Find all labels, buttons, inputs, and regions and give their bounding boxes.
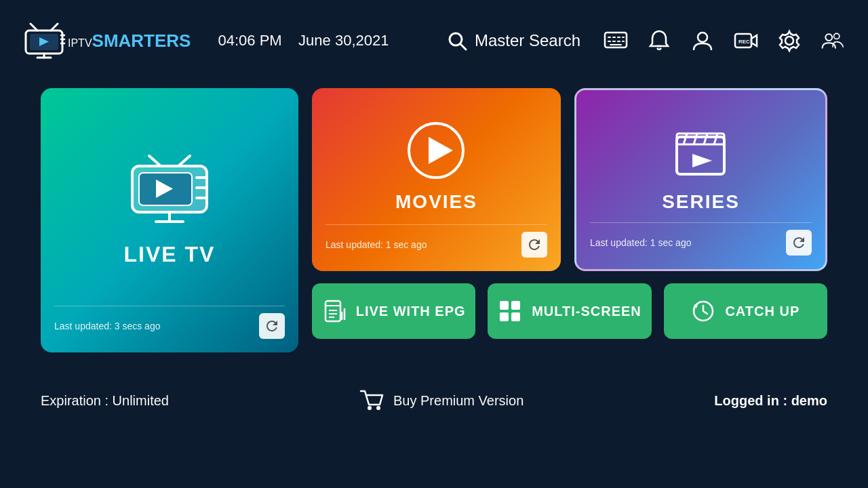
play-icon <box>406 120 467 181</box>
live-tv-last-updated: Last updated: 3 secs ago <box>54 321 160 331</box>
svg-text:REC: REC <box>738 39 750 45</box>
tv-icon <box>125 154 214 228</box>
profile-button[interactable] <box>688 26 717 56</box>
date-display: June 30,2021 <box>298 32 389 49</box>
series-footer: Last updated: 1 sec ago <box>590 222 812 256</box>
refresh-icon <box>791 235 807 251</box>
series-title: SERIES <box>662 191 740 213</box>
catchup-icon <box>691 299 715 323</box>
main-content: LIVE TV Last updated: 3 secs ago <box>0 81 868 378</box>
movies-title: MOVIES <box>395 191 477 213</box>
rec-icon: REC <box>734 28 758 53</box>
live-epg-button[interactable]: LIVE WITH EPG <box>312 283 475 339</box>
svg-point-23 <box>698 33 707 42</box>
svg-line-45 <box>694 134 697 144</box>
svg-line-44 <box>684 134 687 144</box>
svg-point-29 <box>834 33 840 39</box>
expiration-text: Expiration : Unlimited <box>41 393 169 409</box>
datetime: 04:06 PM June 30,2021 <box>218 32 389 49</box>
live-tv-footer: Last updated: 3 secs ago <box>54 306 285 339</box>
live-epg-label: LIVE WITH EPG <box>356 304 466 319</box>
cards-row: LIVE TV Last updated: 3 secs ago <box>41 88 827 352</box>
catchup-button[interactable]: CATCH UP <box>664 283 827 339</box>
svg-rect-58 <box>500 312 509 321</box>
logged-in-label: Logged in : <box>714 393 791 408</box>
settings-button[interactable] <box>774 26 804 56</box>
logo-tv-icon <box>20 22 68 60</box>
logo-iptv: IPTV <box>68 37 92 49</box>
multiscreen-button[interactable]: MULTI-SCREEN <box>488 283 651 339</box>
svg-line-31 <box>178 156 190 166</box>
gear-icon <box>777 28 802 53</box>
multiscreen-label: MULTI-SCREEN <box>532 304 642 319</box>
svg-line-47 <box>714 134 717 144</box>
logged-in-text: Logged in : demo <box>714 393 827 409</box>
svg-marker-48 <box>692 154 712 167</box>
svg-point-28 <box>825 34 832 41</box>
movies-footer: Last updated: 1 sec ago <box>326 224 547 258</box>
refresh-icon <box>264 318 280 334</box>
live-tv-card-content: LIVE TV <box>124 115 216 306</box>
bell-icon <box>647 28 671 53</box>
svg-line-11 <box>460 44 466 49</box>
svg-point-62 <box>368 406 372 410</box>
refresh-icon <box>526 237 542 253</box>
logo-text: IPTVSMARTERS <box>68 30 191 52</box>
svg-rect-59 <box>511 312 520 321</box>
svg-line-46 <box>704 134 707 144</box>
master-search[interactable]: Master Search <box>446 30 580 52</box>
live-tv-card[interactable]: LIVE TV Last updated: 3 secs ago <box>41 88 298 352</box>
movies-last-updated: Last updated: 1 sec ago <box>326 239 427 250</box>
svg-point-63 <box>376 406 380 410</box>
movies-card-content: MOVIES <box>395 108 477 224</box>
live-tv-title: LIVE TV <box>124 242 216 267</box>
movies-series-row: MOVIES Last updated: 1 sec ago <box>312 88 827 271</box>
record-button[interactable]: REC <box>731 26 761 56</box>
header-icons: REC <box>601 26 848 56</box>
svg-rect-56 <box>500 301 509 310</box>
epg-icon-button[interactable] <box>601 26 631 56</box>
buy-premium-label: Buy Premium Version <box>393 393 524 409</box>
movies-card[interactable]: MOVIES Last updated: 1 sec ago <box>312 88 561 271</box>
header: IPTVSMARTERS 04:06 PM June 30,2021 Maste… <box>0 0 868 81</box>
search-icon <box>446 30 468 52</box>
catchup-label: CATCH UP <box>725 304 800 319</box>
notifications-button[interactable] <box>644 26 674 56</box>
live-tv-refresh-button[interactable] <box>259 313 285 339</box>
series-card[interactable]: SERIES Last updated: 1 sec ago <box>574 88 827 271</box>
series-refresh-button[interactable] <box>786 230 812 256</box>
svg-point-27 <box>785 37 793 45</box>
time-display: 04:06 PM <box>218 32 281 49</box>
user-icon <box>690 28 715 53</box>
svg-marker-41 <box>429 137 453 164</box>
search-label: Master Search <box>475 31 580 50</box>
bottom-buttons: LIVE WITH EPG MULTI-SCREEN <box>312 283 827 339</box>
multiuser-button[interactable] <box>818 26 848 56</box>
logo: IPTVSMARTERS <box>20 22 191 60</box>
keyboard-icon <box>604 28 628 53</box>
footer: Expiration : Unlimited Buy Premium Versi… <box>0 378 868 413</box>
series-card-content: SERIES <box>662 110 740 222</box>
buy-premium-button[interactable]: Buy Premium Version <box>359 388 524 413</box>
svg-line-30 <box>149 156 161 166</box>
right-column: MOVIES Last updated: 1 sec ago <box>312 88 827 339</box>
clapperboard-icon <box>670 120 731 181</box>
epg-book-icon <box>322 299 347 323</box>
logged-in-user: demo <box>791 393 827 408</box>
logo-smarters: SMARTERS <box>92 30 191 51</box>
series-last-updated: Last updated: 1 sec ago <box>590 237 691 248</box>
multiuser-icon <box>821 28 845 53</box>
cart-icon <box>359 388 384 413</box>
movies-refresh-button[interactable] <box>521 232 547 258</box>
svg-rect-57 <box>511 301 520 310</box>
multiscreen-icon <box>498 299 522 323</box>
